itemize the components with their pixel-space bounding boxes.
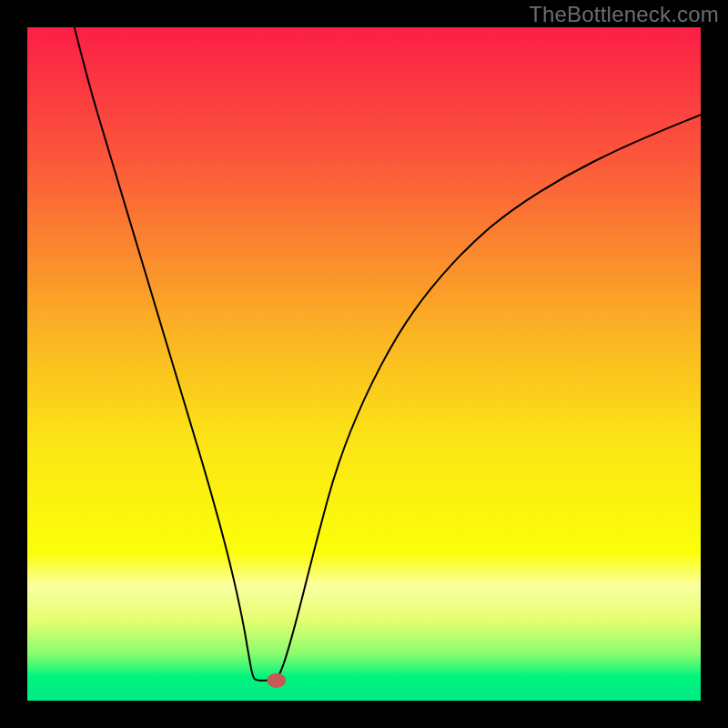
optimal-point-marker xyxy=(267,673,286,688)
chart-frame: TheBottleneck.com xyxy=(0,0,728,728)
gradient-background xyxy=(27,27,701,701)
plot-area xyxy=(27,27,701,701)
watermark-text: TheBottleneck.com xyxy=(529,2,719,27)
chart-svg xyxy=(27,27,701,701)
